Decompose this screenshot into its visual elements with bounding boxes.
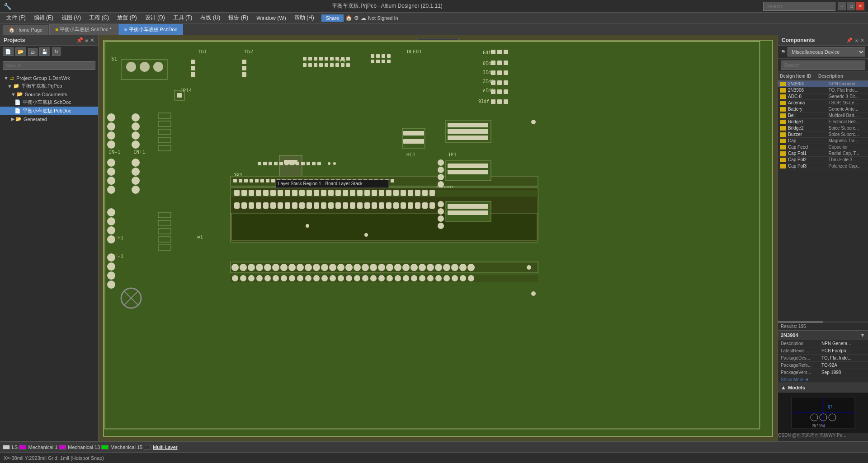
folder-btn[interactable]: 🗁 — [28, 48, 38, 56]
layer-mech1[interactable]: Mechanical 1 — [19, 444, 57, 450]
comp-row-bridge1[interactable]: Bridge1 Electrical Bell... — [778, 119, 868, 125]
svg-rect-146 — [358, 179, 362, 182]
svg-point-294 — [338, 275, 344, 281]
comp-row-antenna[interactable]: Antenna TSOP, 16-Le... — [778, 100, 868, 106]
pin-icon[interactable]: 📌 — [76, 37, 83, 43]
close-button[interactable]: ✕ — [856, 2, 864, 10]
menu-window[interactable]: Window (W) — [253, 14, 289, 22]
comp-row-cappol1[interactable]: Cap Pol1 Radial Cap, T... — [778, 150, 868, 157]
refresh-btn[interactable]: ↻ — [52, 47, 61, 56]
menu-report[interactable]: 报告 (R) — [225, 13, 252, 23]
comp-row-bell[interactable]: Bell Multicell Batt... — [778, 112, 868, 119]
comp-row-2n3904[interactable]: 2N3904 NPN General... — [778, 81, 868, 87]
component-filter-select[interactable]: Miscellaneous Device — [788, 47, 865, 56]
home-icon[interactable]: 🏠 — [345, 15, 352, 21]
menu-design[interactable]: 设计 (D) — [142, 13, 169, 23]
tab-pcbdoc[interactable]: ■ 平衡小车底板.PcbDoc — [118, 24, 183, 35]
svg-point-305 — [427, 275, 434, 281]
comp-row-battery[interactable]: Battery Generic Ante... — [778, 106, 868, 112]
projects-title: Projects — [4, 37, 25, 43]
comp-row-capfeed[interactable]: Cap Feed Capacitor — [778, 144, 868, 150]
share-button[interactable]: Share — [321, 14, 344, 22]
pcb-canvas-area[interactable]: ⚑ ⊨ ■ S1 tb1 tb2 JP4 OLED1 6df 0Idf IIdf… — [99, 35, 778, 441]
models-header[interactable]: ▲ Models — [778, 383, 868, 393]
comp-row-bridge2[interactable]: Bridge2 Spice Subcrc... — [778, 125, 868, 131]
panel-expand-icon[interactable]: ⊡ — [854, 37, 859, 43]
svg-rect-0 — [105, 42, 760, 429]
layer-mech15[interactable]: Mechanical 15 — [101, 444, 142, 450]
layer-mech1-label: Mechanical 1 — [28, 444, 57, 450]
title-search-input[interactable] — [763, 2, 835, 11]
comp-row-cappol3[interactable]: Cap Pol3 Polarized Cap... — [778, 163, 868, 169]
svg-rect-167 — [321, 190, 326, 196]
pcb-board[interactable]: S1 tb1 tb2 JP4 OLED1 6df 0Idf IIdf ZIdf … — [103, 40, 773, 437]
tree-project-group[interactable]: ▼ 🗂 Project Group 1.DsnWrk — [0, 75, 98, 82]
comp-desc-cappol2: Thru-Hole 3... — [829, 157, 868, 162]
layer-multilayer[interactable]: Multi-Layer — [144, 444, 177, 450]
comp-row-cap[interactable]: Cap Magnetic Tra... — [778, 138, 868, 144]
svg-point-236 — [107, 217, 115, 225]
svg-rect-222 — [448, 164, 488, 168]
tree-pcbdoc[interactable]: 📄 平衡小车底板.PcbDoc — [0, 107, 98, 115]
svg-rect-66 — [497, 50, 502, 54]
svg-rect-103 — [158, 129, 171, 135]
comp-row-adc8[interactable]: ADC-8 Generic 8-Bit... — [778, 94, 868, 100]
components-panel-header: Components 📌 ⊡ ✕ — [778, 35, 868, 46]
menu-edit[interactable]: 编辑 (E) — [30, 13, 57, 23]
comp-row-2n3906[interactable]: 2N3906 TO, Flat Inde... — [778, 87, 868, 94]
schdoc-icon: 📄 — [14, 99, 21, 105]
tree-schdoc[interactable]: 📄 平衡小车底板.SchDoc — [0, 98, 98, 107]
comp-icon-bell — [780, 113, 786, 118]
svg-rect-197 — [314, 202, 319, 209]
open-project-btn[interactable]: 📂 — [15, 47, 26, 56]
tab-home[interactable]: 🏠 Home Page — [3, 25, 48, 35]
svg-point-31 — [153, 62, 163, 72]
comp-row-buzzer[interactable]: Buzzer Spice Subcrc... — [778, 131, 868, 138]
svg-point-302 — [403, 275, 409, 281]
cloud-icon[interactable]: ☁ — [361, 15, 366, 21]
menu-tools[interactable]: 工具 (T) — [170, 13, 196, 23]
app-icon: 🔧 — [4, 3, 11, 10]
menu-help[interactable]: 帮助 (H) — [291, 13, 318, 23]
new-project-btn[interactable]: 📄 — [3, 47, 14, 56]
panel-menu-icon[interactable]: ≡ — [85, 37, 88, 43]
svg-rect-159 — [263, 190, 269, 196]
svg-point-293 — [330, 275, 336, 281]
left-panel: Projects 📌 ≡ ✕ 📄 📂 🗁 💾 ↻ ▼ 🗂 Project Gro… — [0, 35, 99, 441]
svg-point-92 — [107, 186, 115, 194]
menu-place[interactable]: 放置 (P) — [113, 13, 140, 23]
tree-generated[interactable]: ▶ 📂 Generated — [0, 115, 98, 123]
layer-ls[interactable]: LS — [3, 444, 18, 450]
tree-project[interactable]: ▼ 📁 平衡车底板.PrjPcb — [0, 82, 98, 90]
comp-detail-expand-icon[interactable]: ▼ — [860, 332, 865, 338]
comp-desc-2n3906: TO, Flat Inde... — [829, 88, 868, 93]
settings-icon[interactable]: ⚙ — [354, 15, 359, 21]
projects-search-input[interactable] — [3, 61, 95, 70]
tree-source-docs[interactable]: ▼ 📂 Source Documents — [0, 90, 98, 98]
minimize-button[interactable]: ─ — [838, 2, 846, 10]
svg-point-259 — [313, 264, 320, 271]
table-scrollbar[interactable] — [778, 321, 868, 323]
svg-rect-124 — [239, 179, 242, 182]
menu-file[interactable]: 文件 (F) — [3, 13, 29, 23]
panel-close-icon[interactable]: ✕ — [90, 37, 94, 43]
menu-icons: Share 🏠 ⚙ ☁ Not Signed In — [321, 14, 398, 22]
layer-mech13[interactable]: Mechanical 13 — [59, 444, 100, 450]
svg-rect-153 — [231, 188, 538, 242]
svg-point-257 — [297, 264, 304, 271]
comp-row-cappol2[interactable]: Cap Pol2 Thru-Hole 3... — [778, 157, 868, 163]
save-project-btn[interactable]: 💾 — [39, 47, 50, 56]
menu-project[interactable]: 工程 (C) — [85, 13, 113, 23]
svg-text:JP2: JP2 — [233, 173, 242, 178]
svg-point-242 — [107, 281, 115, 289]
panel-close2-icon[interactable]: ✕ — [860, 37, 864, 43]
component-search-input[interactable] — [781, 61, 865, 70]
comp-id-adc8: ADC-8 — [788, 94, 829, 99]
tab-schdoc[interactable]: ■ 平衡小车底板.SchDoc * — [49, 24, 118, 35]
panel-pin-icon[interactable]: 📌 — [846, 37, 853, 43]
menu-view[interactable]: 视图 (V) — [58, 13, 85, 23]
maximize-button[interactable]: □ — [847, 2, 855, 10]
menu-route[interactable]: 布线 (U) — [197, 13, 224, 23]
svg-rect-41 — [314, 57, 317, 61]
show-more-button[interactable]: Show More ▼ — [778, 376, 812, 383]
